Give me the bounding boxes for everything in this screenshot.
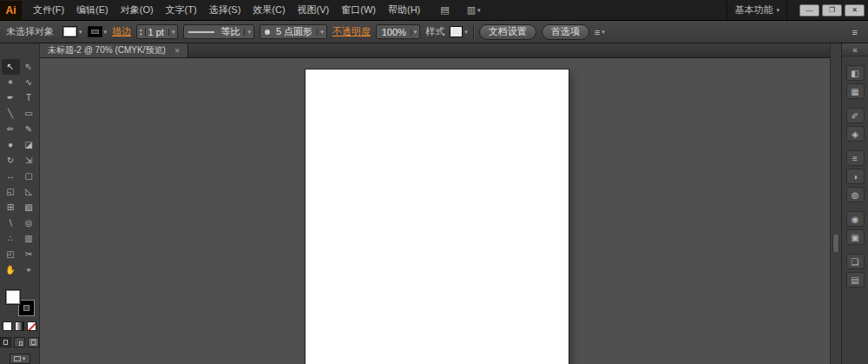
artboard[interactable] — [306, 69, 569, 364]
magic-wand-tool[interactable]: ✶ — [2, 75, 20, 90]
rectangle-tool[interactable]: ▭ — [20, 106, 38, 122]
brush-definition-dropdown[interactable]: 5 点圆形 ▾ — [260, 24, 327, 39]
opacity-combo[interactable]: 100% ▾ — [376, 24, 421, 39]
stroke-swatch[interactable] — [19, 301, 34, 315]
draw-behind-button[interactable] — [14, 337, 25, 347]
window-controls: — ❐ ✕ — [799, 4, 865, 17]
menu-window[interactable]: 窗口(W) — [335, 0, 382, 20]
width-profile-dropdown[interactable]: 等比 ▾ — [183, 24, 254, 39]
paintbrush-tool[interactable]: ✏ — [2, 122, 20, 137]
line-segment-tool[interactable]: ╲ — [2, 106, 20, 122]
perspective-grid-tool[interactable]: ◺ — [20, 184, 38, 200]
layers-panel-icon[interactable]: ❏ — [846, 254, 865, 269]
menu-help[interactable]: 帮助(H) — [382, 0, 426, 20]
fill-stroke-control — [5, 290, 35, 315]
mesh-tool[interactable]: ⊞ — [2, 200, 20, 215]
menu-file[interactable]: 文件(F) — [27, 0, 70, 20]
draw-inside-button[interactable] — [28, 337, 39, 347]
menu-effect[interactable]: 效果(C) — [247, 0, 291, 20]
eyedropper-tool[interactable]: ∖ — [2, 215, 20, 231]
more-options-dropdown[interactable]: ≡ ▾ — [595, 27, 605, 37]
scale-tool[interactable]: ⇲ — [20, 153, 38, 169]
arrange-documents-button[interactable]: ▥ ▾ — [464, 3, 484, 17]
pencil-tool[interactable]: ✎ — [20, 122, 38, 137]
appearance-panel-icon[interactable]: ◉ — [846, 211, 865, 227]
style-dropdown[interactable]: ▾ — [450, 26, 468, 37]
width-tool[interactable]: ↔ — [2, 169, 20, 184]
symbols-panel-icon[interactable]: ◈ — [846, 126, 865, 142]
column-graph-tool[interactable]: ▥ — [20, 231, 38, 247]
symbol-sprayer-tool[interactable]: ∴ — [2, 231, 20, 247]
draw-normal-button[interactable] — [0, 337, 11, 347]
scrollbar-thumb[interactable] — [832, 233, 839, 254]
menu-object[interactable]: 对象(O) — [115, 0, 160, 20]
chevron-down-icon[interactable]: ▾ — [411, 29, 418, 36]
fill-color-dropdown[interactable]: ▾ — [62, 26, 82, 37]
canvas[interactable] — [40, 58, 830, 364]
stroke-panel-link[interactable]: 描边 — [112, 25, 131, 38]
blob-brush-tool[interactable]: ● — [2, 137, 20, 153]
menu-view[interactable]: 视图(V) — [292, 0, 336, 20]
tab-close-icon[interactable]: ✕ — [174, 47, 181, 55]
minimize-button[interactable]: — — [799, 4, 819, 17]
close-button[interactable]: ✕ — [845, 4, 865, 17]
restore-button[interactable]: ❐ — [822, 4, 842, 17]
stroke-panel-icon[interactable]: ≡ — [846, 150, 865, 166]
separator — [473, 24, 474, 39]
eraser-tool[interactable]: ◪ — [20, 137, 38, 153]
fill-swatch[interactable] — [6, 290, 20, 304]
direct-selection-tool[interactable]: ⇖ — [20, 59, 38, 75]
rotate-tool[interactable]: ↻ — [2, 153, 20, 169]
style-label: 样式 — [425, 25, 444, 38]
stroke-width-combo[interactable]: ▴ ▾ 1 pt ▾ — [136, 24, 178, 39]
menu-edit[interactable]: 编辑(E) — [70, 0, 115, 20]
bridge-icon[interactable]: ▤ — [437, 3, 452, 17]
document-setup-button[interactable]: 文档设置 — [479, 24, 536, 40]
lasso-tool[interactable]: ∿ — [20, 75, 38, 90]
vertical-scrollbar[interactable] — [830, 43, 841, 364]
artboards-panel-icon[interactable]: ▤ — [846, 272, 865, 288]
panel-menu-icon: ≡ — [595, 27, 600, 37]
hand-tool[interactable]: ✋ — [2, 262, 20, 278]
none-button[interactable] — [27, 321, 36, 331]
chevron-down-icon[interactable]: ▾ — [168, 29, 175, 36]
gradient-tool[interactable]: ▧ — [20, 200, 38, 215]
document-area: 未标题-2 @ 70% (CMYK/预览) ✕ — [40, 43, 830, 364]
illustrator-window: Ai 文件(F) 编辑(E) 对象(O) 文字(T) 选择(S) 效果(C) 视… — [0, 0, 868, 364]
color-panel-icon[interactable]: ◧ — [846, 65, 865, 81]
zoom-tool[interactable]: ⌖ — [20, 262, 38, 278]
pen-tool[interactable]: ✒ — [2, 90, 20, 106]
brushes-panel-icon[interactable]: ✐ — [846, 108, 865, 123]
control-panel-menu-icon[interactable]: ≡ — [848, 25, 862, 39]
document-tab[interactable]: 未标题-2 @ 70% (CMYK/预览) ✕ — [40, 43, 188, 57]
dock-group: ≡ ◑ ◍ — [846, 150, 865, 202]
gradient-panel-icon[interactable]: ◑ — [846, 169, 865, 184]
screen-mode-button[interactable]: ▾ — [10, 354, 30, 364]
graphic-styles-panel-icon[interactable]: ▣ — [846, 229, 865, 245]
workspace-switcher[interactable]: 基本功能 ▾ — [727, 1, 787, 19]
slice-tool[interactable]: ✂ — [20, 247, 38, 262]
artboard-tool[interactable]: ◰ — [2, 247, 20, 262]
stroke-color-dropdown[interactable]: ▾ — [88, 26, 108, 37]
chevron-down-icon: ▾ — [317, 29, 324, 36]
blend-tool[interactable]: ◎ — [20, 215, 38, 231]
menu-type[interactable]: 文字(T) — [160, 0, 203, 20]
chevron-down-icon: ▾ — [79, 29, 82, 36]
opacity-panel-link[interactable]: 不透明度 — [332, 25, 371, 38]
opacity-value[interactable]: 100% — [379, 27, 409, 37]
selection-tool[interactable]: ↖ — [2, 59, 20, 75]
shape-builder-tool[interactable]: ◱ — [2, 184, 20, 200]
transparency-panel-icon[interactable]: ◍ — [846, 187, 865, 202]
chevron-down-icon: ▾ — [104, 29, 108, 36]
gradient-button[interactable] — [15, 321, 24, 331]
menu-select[interactable]: 选择(S) — [203, 0, 247, 20]
width-profile-label: 等比 — [218, 25, 242, 38]
chevron-double-left-icon: « — [852, 45, 858, 55]
stroke-width-value[interactable]: 1 pt — [146, 27, 167, 37]
expand-panels-button[interactable]: « — [842, 43, 868, 56]
free-transform-tool[interactable]: ▢ — [20, 169, 38, 184]
type-tool[interactable]: T — [20, 90, 38, 106]
color-button[interactable] — [3, 321, 12, 331]
preferences-button[interactable]: 首选项 — [542, 24, 589, 40]
swatches-panel-icon[interactable]: ▦ — [846, 83, 865, 99]
